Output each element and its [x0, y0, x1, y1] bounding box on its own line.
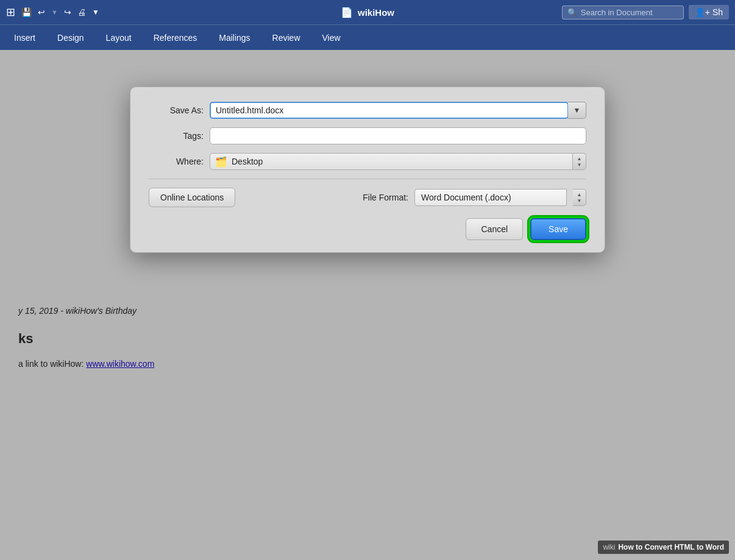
dialog-overlay: Save As: ▼ Tags: Where: 🗂️ Desktop: [0, 50, 735, 560]
file-format-section: File Format: Word Document (.docx) ▲ ▼: [363, 189, 586, 206]
dialog-actions: Cancel Save: [149, 218, 586, 240]
save-as-row: Save As: ▼: [149, 102, 586, 119]
save-icon[interactable]: 💾: [21, 7, 32, 17]
tab-mailings[interactable]: Mailings: [208, 28, 261, 48]
print-icon[interactable]: 🖨: [77, 7, 86, 17]
tab-review[interactable]: Review: [261, 28, 311, 48]
save-as-input[interactable]: [210, 102, 569, 119]
app-doc-icon: 📄: [341, 7, 353, 18]
online-locations-button[interactable]: Online Locations: [149, 188, 235, 207]
title-bar: ⊞ 💾 ↩ ▼ ↪ 🖨 ▼ 📄 wikiHow 🔍 Search in Docu…: [0, 0, 735, 24]
title-bar-left: ⊞ 💾 ↩ ▼ ↪ 🖨 ▼: [6, 5, 99, 19]
watermark-how: How to Convert HTML to Word: [618, 543, 724, 551]
quick-access-dropdown[interactable]: ▼: [92, 8, 99, 16]
folder-icon: 🗂️: [215, 156, 227, 168]
tags-row: Tags:: [149, 127, 586, 144]
search-icon: 🔍: [567, 8, 577, 17]
tags-label: Tags:: [149, 131, 204, 141]
dialog-bottom: Online Locations File Format: Word Docum…: [149, 188, 586, 207]
expand-button[interactable]: ▼: [568, 102, 586, 119]
file-format-label: File Format:: [363, 193, 408, 202]
save-dialog: Save As: ▼ Tags: Where: 🗂️ Desktop: [130, 87, 605, 253]
save-button[interactable]: Save: [530, 218, 586, 240]
undo-dropdown[interactable]: ▼: [51, 9, 58, 16]
where-dropdown[interactable]: 🗂️ Desktop: [210, 153, 573, 170]
tags-input[interactable]: [210, 127, 586, 144]
file-format-stepper[interactable]: ▲ ▼: [573, 189, 586, 206]
undo-icon[interactable]: ↩: [38, 7, 45, 17]
tab-layout[interactable]: Layout: [95, 28, 143, 48]
cancel-button[interactable]: Cancel: [466, 218, 523, 240]
file-format-value: Word Document (.docx): [414, 189, 567, 206]
tab-references[interactable]: References: [143, 28, 208, 48]
sidebar-icon[interactable]: ⊞: [6, 5, 15, 19]
app-title: wikiHow: [358, 7, 394, 18]
title-bar-right: 🔍 Search in Document 👤+ Sh: [562, 5, 729, 19]
where-row: Where: 🗂️ Desktop ▲ ▼: [149, 153, 586, 170]
tab-design[interactable]: Design: [46, 28, 95, 48]
wikihow-watermark: wiki How to Convert HTML to Word: [598, 541, 729, 554]
save-as-label: Save As:: [149, 105, 204, 115]
tab-insert[interactable]: Insert: [3, 28, 46, 48]
redo-icon[interactable]: ↪: [64, 7, 71, 17]
search-box[interactable]: 🔍 Search in Document: [562, 5, 684, 19]
share-button[interactable]: 👤+ Sh: [689, 5, 729, 19]
where-stepper[interactable]: ▲ ▼: [573, 153, 586, 170]
where-label: Where:: [149, 157, 204, 166]
dialog-divider: [149, 179, 586, 179]
search-placeholder: Search in Document: [581, 8, 653, 17]
where-value: Desktop: [232, 157, 263, 166]
document-area: y 15, 2019 - wikiHow's Birthday ks a lin…: [0, 50, 735, 560]
title-bar-center: 📄 wikiHow: [341, 7, 394, 18]
watermark-wiki: wiki: [603, 543, 615, 551]
ribbon: Insert Design Layout References Mailings…: [0, 24, 735, 50]
tab-view[interactable]: View: [311, 28, 352, 48]
